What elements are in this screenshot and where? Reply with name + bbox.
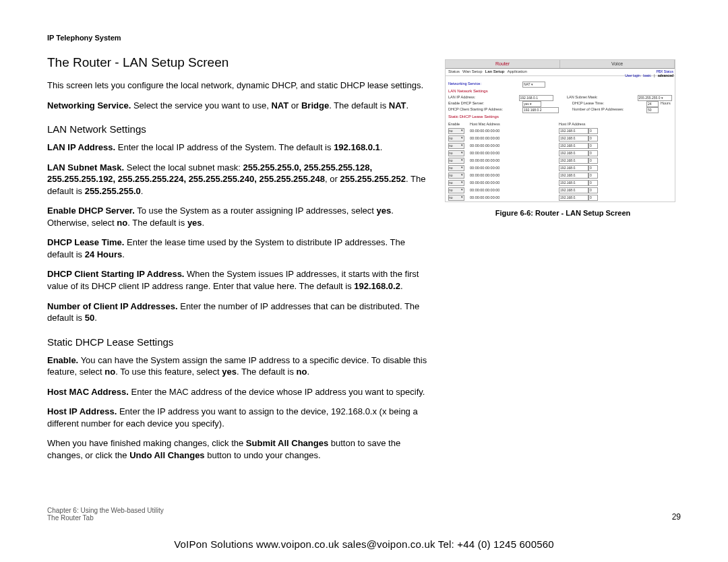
table-row: no00:00:00:00:00:00192.168.0.0 <box>448 142 673 150</box>
input-host-ip-suffix[interactable]: 0 <box>588 173 598 179</box>
input-host-ip-suffix[interactable]: 0 <box>588 187 598 193</box>
input-host-ip-row[interactable]: 192.168.0. <box>559 165 588 171</box>
enable-dhcp-paragraph: Enable DHCP Server. To use the System as… <box>47 205 431 228</box>
select-enable-dhcp[interactable]: yes ▾ <box>522 101 541 107</box>
subtab-lan-setup[interactable]: Lan Setup <box>485 69 504 74</box>
input-host-ip-suffix[interactable]: 0 <box>588 150 598 156</box>
label-networking-service: Networking Service: <box>448 82 522 88</box>
page-title: The Router - LAN Setup Screen <box>47 55 431 70</box>
input-host-ip-suffix[interactable]: 0 <box>588 180 598 186</box>
select-subnet-mask[interactable]: 255.255.255.0 ▾ <box>638 95 673 101</box>
section-static-dhcp: Static DHCP Lease Settings <box>47 336 431 348</box>
select-enable-row[interactable]: no <box>448 128 464 134</box>
input-host-ip-row[interactable]: 192.168.0. <box>559 158 588 164</box>
tab-voice[interactable]: Voice <box>560 60 675 68</box>
page-number: 29 <box>672 512 681 522</box>
tab-router[interactable]: Router <box>446 60 560 68</box>
link-user-login[interactable]: User login <box>625 73 640 77</box>
label-subnet-mask: LAN Subnet Mask: <box>567 95 638 101</box>
host-ip-paragraph: Host IP Address. Enter the IP address yo… <box>47 406 431 429</box>
table-row: no00:00:00:00:00:00192.168.0.0 <box>448 164 673 172</box>
table-row: no00:00:00:00:00:00192.168.0.0 <box>448 179 673 187</box>
col-mac: Host Mac Address <box>469 121 558 127</box>
select-enable-row[interactable]: no <box>448 180 464 186</box>
table-row: no00:00:00:00:00:00192.168.0.0 <box>448 157 673 164</box>
static-dhcp-table: Enable Host Mac Address Host IP Address … <box>448 121 673 201</box>
subtab-status[interactable]: Status <box>448 69 460 74</box>
section-title-static: Static DHCP Lease Settings <box>446 113 675 121</box>
finish-paragraph: When you have finished making changes, c… <box>47 437 431 461</box>
subnet-paragraph: LAN Subnet Mask. Select the local subnet… <box>47 162 431 197</box>
networking-service-paragraph: Networking Service. Select the service y… <box>47 100 431 112</box>
input-dhcp-num[interactable]: 50 <box>646 107 659 113</box>
label-dhcp-lease: DHCP Lease Time: <box>572 101 646 107</box>
table-row: no00:00:00:00:00:00192.168.0.0 <box>448 127 673 135</box>
table-row: no00:00:00:00:00:00192.168.0.0 <box>448 150 673 157</box>
section-lan-network-settings: LAN Network Settings <box>47 123 431 135</box>
subtab-wan-setup[interactable]: Wan Setup <box>462 69 482 74</box>
table-row: no00:00:00:00:00:00192.168.0.0 <box>448 172 673 179</box>
label-hours: Hours <box>661 101 671 107</box>
figure-caption: Figure 6-6: Router - LAN Setup Screen <box>445 209 681 217</box>
label-dhcp-start: DHCP Client Starting IP Address: <box>448 107 522 113</box>
table-row: no00:00:00:00:00:00192.168.0.0 <box>448 135 673 142</box>
input-host-ip-suffix[interactable]: 0 <box>588 128 598 134</box>
main-text-column: The Router - LAN Setup Screen This scree… <box>47 55 445 469</box>
select-enable-row[interactable]: no <box>448 173 464 179</box>
lan-ip-paragraph: LAN IP Address. Enter the local IP addre… <box>47 142 431 154</box>
input-host-ip-suffix[interactable]: 0 <box>588 135 598 142</box>
footer-chapter-info: Chapter 6: Using the Web-based Utility T… <box>47 507 164 522</box>
starting-ip-paragraph: DHCP Client Starting IP Address. When th… <box>47 268 431 292</box>
input-host-ip-suffix[interactable]: 0 <box>588 143 598 149</box>
col-enable: Enable <box>448 121 469 127</box>
contact-line: VoIPon Solutions www.voipon.co.uk sales@… <box>0 538 728 550</box>
label-enable-dhcp: Enable DHCP Server: <box>448 101 522 107</box>
lease-time-paragraph: DHCP Lease Time. Enter the lease time us… <box>47 237 431 260</box>
figure-screenshot: Router Voice Status Wan Setup Lan Setup … <box>445 59 675 202</box>
host-mac-paragraph: Host MAC Address. Enter the MAC address … <box>47 386 431 398</box>
select-enable-row[interactable]: no <box>448 150 464 156</box>
input-host-ip-row[interactable]: 192.168.0. <box>559 128 588 134</box>
select-enable-row[interactable]: no <box>448 143 464 149</box>
section-title-lan: LAN Network Settings <box>446 88 675 95</box>
input-host-ip-suffix[interactable]: 0 <box>588 165 598 171</box>
header-product-line: IP Telephony System <box>47 34 681 42</box>
subtab-application[interactable]: Application <box>508 69 527 74</box>
input-host-ip-row[interactable]: 192.168.0. <box>559 135 588 142</box>
col-ip: Host IP Address <box>558 121 673 127</box>
link-advanced[interactable]: advanced <box>658 73 673 77</box>
input-host-ip-row[interactable]: 192.168.0. <box>559 150 588 156</box>
input-host-ip-row[interactable]: 192.168.0. <box>559 195 588 201</box>
input-dhcp-lease[interactable]: 24 <box>646 101 659 107</box>
select-enable-row[interactable]: no <box>448 195 464 201</box>
num-clients-paragraph: Number of Client IP Addresses. Enter the… <box>47 301 431 324</box>
input-host-ip-row[interactable]: 192.168.0. <box>559 143 588 149</box>
input-host-ip-suffix[interactable]: 0 <box>588 195 598 201</box>
select-enable-row[interactable]: no <box>448 187 464 193</box>
input-host-ip-suffix[interactable]: 0 <box>588 158 598 164</box>
static-enable-paragraph: Enable. You can have the System assign t… <box>47 354 431 378</box>
input-host-ip-row[interactable]: 192.168.0. <box>559 187 588 193</box>
input-host-ip-row[interactable]: 192.168.0. <box>559 173 588 179</box>
select-enable-row[interactable]: no <box>448 158 464 164</box>
table-row: no00:00:00:00:00:00192.168.0.0 <box>448 194 673 201</box>
select-networking-service[interactable]: NAT ▾ <box>522 82 545 88</box>
label-lan-ip: LAN IP Address: <box>448 95 519 101</box>
input-host-ip-row[interactable]: 192.168.0. <box>559 180 588 186</box>
intro-paragraph: This screen lets you configure the local… <box>47 80 431 92</box>
select-enable-row[interactable]: no <box>448 165 464 171</box>
input-lan-ip[interactable]: 192.168.0.1 <box>519 95 554 101</box>
label-dhcp-num: Number of Client IP Addresses: <box>572 107 646 113</box>
table-row: no00:00:00:00:00:00192.168.0.0 <box>448 187 673 194</box>
input-dhcp-start[interactable]: 192.168.0.2 <box>522 107 559 113</box>
select-enable-row[interactable]: no <box>448 135 464 142</box>
link-basic[interactable]: basic <box>643 73 651 77</box>
